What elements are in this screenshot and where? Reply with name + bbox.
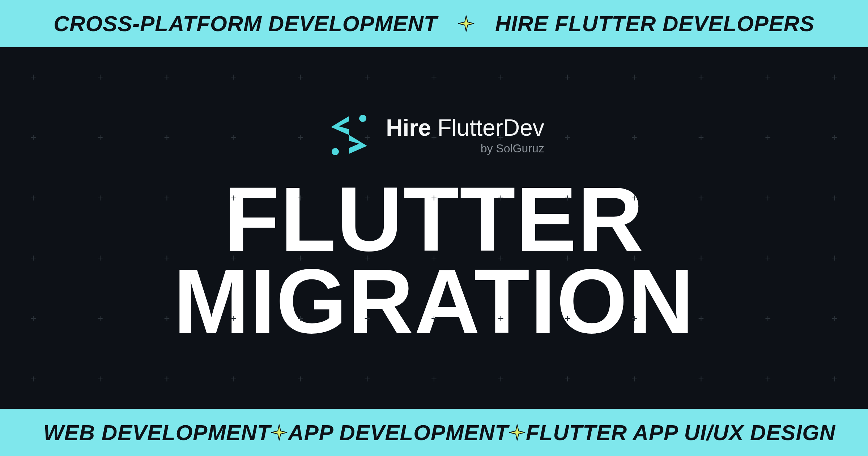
plus-icon: + [498,72,503,82]
plus-icon: + [631,132,637,143]
top-banner-item: HIRE FLUTTER DEVELOPERS [495,11,814,36]
brand-subtitle: by SolGuruz [481,142,544,155]
svg-point-1 [332,148,339,155]
plus-icon: + [765,374,771,384]
plus-icon: + [565,132,570,143]
top-banner: CROSS-PLATFORM DEVELOPMENT HIRE FLUTTER … [0,0,868,47]
plus-icon: + [298,72,303,82]
sparkle-icon [271,424,288,441]
svg-point-0 [359,115,366,122]
plus-icon: + [30,72,36,82]
plus-icon: + [164,374,170,384]
plus-icon: + [97,132,103,143]
brand-title-rest: FlutterDev [431,115,544,141]
plus-icon: + [431,72,437,82]
bottom-banner: WEB DEVELOPMENT APP DEVELOPMENT FLUTTER … [0,409,868,456]
plus-icon: + [698,374,704,384]
plus-icon: + [765,132,771,143]
plus-icon: + [565,374,570,384]
brand-text: Hire FlutterDev by SolGuruz [386,115,544,155]
plus-icon: + [231,132,237,143]
plus-icon: + [498,374,503,384]
page-headline: FLUTTER MIGRATION [0,178,868,343]
brand-logo-icon [324,113,374,157]
plus-icon: + [832,72,838,82]
brand-title-bold: Hire [386,115,431,141]
plus-icon: + [164,72,170,82]
plus-icon: + [231,72,237,82]
plus-icon: + [631,72,637,82]
sparkle-icon [458,15,475,32]
sparkle-icon [509,424,526,441]
plus-icon: + [698,132,704,143]
bottom-banner-item: APP DEVELOPMENT [288,420,509,445]
plus-icon: + [832,132,838,143]
plus-icon: + [631,374,637,384]
plus-icon: + [364,72,370,82]
plus-icon: + [298,132,303,143]
plus-icon: + [765,72,771,82]
plus-icon: + [30,132,36,143]
brand-lockup: Hire FlutterDev by SolGuruz [324,113,544,157]
top-banner-item: CROSS-PLATFORM DEVELOPMENT [54,11,438,36]
bottom-banner-item: WEB DEVELOPMENT [43,420,271,445]
plus-icon: + [231,374,237,384]
plus-icon: + [565,72,570,82]
brand-title: Hire FlutterDev [386,115,544,140]
plus-icon: + [298,374,303,384]
plus-icon: + [832,374,838,384]
plus-icon: + [164,132,170,143]
plus-icon: + [97,72,103,82]
plus-icon: + [431,374,437,384]
plus-icon: + [97,374,103,384]
plus-icon: + [698,72,704,82]
hero-section: ++++++++++++++++++++++++++++++++++++++++… [0,47,868,409]
bottom-banner-item: FLUTTER APP UI/UX DESIGN [526,420,835,445]
plus-icon: + [364,374,370,384]
plus-icon: + [30,374,36,384]
